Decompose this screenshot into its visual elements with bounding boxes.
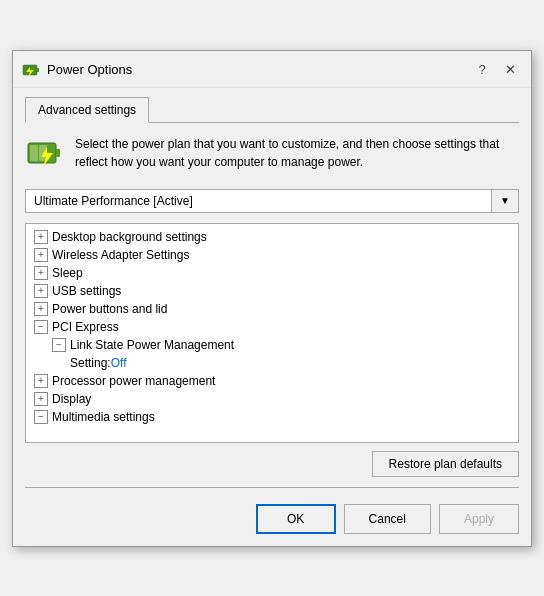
app-icon (21, 60, 41, 80)
expand-icon: + (34, 284, 48, 298)
item-label: Wireless Adapter Settings (52, 248, 189, 262)
expand-icon: − (34, 320, 48, 334)
list-item[interactable]: − Multimedia settings (26, 408, 518, 426)
dialog-body: Advanced settings Select the power plan … (13, 88, 531, 546)
svg-rect-5 (30, 145, 38, 161)
svg-rect-1 (37, 68, 39, 72)
button-row: OK Cancel Apply (25, 496, 519, 534)
power-options-dialog: Power Options ? ✕ Advanced settings (12, 50, 532, 547)
item-label: Display (52, 392, 91, 406)
expand-icon: + (34, 392, 48, 406)
info-section: Select the power plan that you want to c… (25, 135, 519, 175)
help-button[interactable]: ? (469, 59, 495, 81)
list-item[interactable]: − Link State Power Management (26, 336, 518, 354)
list-item-setting[interactable]: Setting: Off (26, 354, 518, 372)
expand-icon: + (34, 248, 48, 262)
restore-row: Restore plan defaults (25, 451, 519, 477)
item-label: Link State Power Management (70, 338, 234, 352)
expand-icon: + (34, 266, 48, 280)
item-label: Desktop background settings (52, 230, 207, 244)
item-label: Multimedia settings (52, 410, 155, 424)
dropdown-arrow-icon: ▼ (491, 190, 518, 212)
list-item[interactable]: + Processor power management (26, 372, 518, 390)
plan-dropdown[interactable]: Ultimate Performance [Active] ▼ (25, 189, 519, 213)
list-item[interactable]: + Desktop background settings (26, 228, 518, 246)
title-bar-buttons: ? ✕ (469, 59, 523, 81)
dropdown-value: Ultimate Performance [Active] (26, 190, 491, 212)
item-label: Power buttons and lid (52, 302, 167, 316)
ok-button[interactable]: OK (256, 504, 336, 534)
window-title: Power Options (47, 62, 469, 77)
setting-label: Setting: (70, 356, 111, 370)
separator (25, 487, 519, 488)
settings-list-container: + Desktop background settings + Wireless… (25, 223, 519, 443)
list-item[interactable]: + Display (26, 390, 518, 408)
info-text: Select the power plan that you want to c… (75, 135, 519, 171)
svg-rect-4 (56, 149, 60, 157)
item-label: PCI Express (52, 320, 119, 334)
tab-advanced-settings[interactable]: Advanced settings (25, 97, 149, 123)
apply-button[interactable]: Apply (439, 504, 519, 534)
list-item[interactable]: + Sleep (26, 264, 518, 282)
expand-icon: + (34, 230, 48, 244)
item-label: USB settings (52, 284, 121, 298)
settings-list[interactable]: + Desktop background settings + Wireless… (26, 224, 518, 442)
title-bar: Power Options ? ✕ (13, 51, 531, 88)
item-label: Sleep (52, 266, 83, 280)
close-button[interactable]: ✕ (497, 59, 523, 81)
list-item[interactable]: + Wireless Adapter Settings (26, 246, 518, 264)
list-item[interactable]: + USB settings (26, 282, 518, 300)
plan-dropdown-row: Ultimate Performance [Active] ▼ (25, 189, 519, 213)
list-item[interactable]: + Power buttons and lid (26, 300, 518, 318)
list-item[interactable]: − PCI Express (26, 318, 518, 336)
item-label: Processor power management (52, 374, 215, 388)
cancel-button[interactable]: Cancel (344, 504, 431, 534)
power-plan-icon (25, 135, 65, 175)
expand-icon: + (34, 374, 48, 388)
expand-icon: − (34, 410, 48, 424)
tabs: Advanced settings (25, 96, 519, 123)
expand-icon: + (34, 302, 48, 316)
setting-value: Off (111, 356, 127, 370)
expand-icon: − (52, 338, 66, 352)
restore-plan-defaults-button[interactable]: Restore plan defaults (372, 451, 519, 477)
